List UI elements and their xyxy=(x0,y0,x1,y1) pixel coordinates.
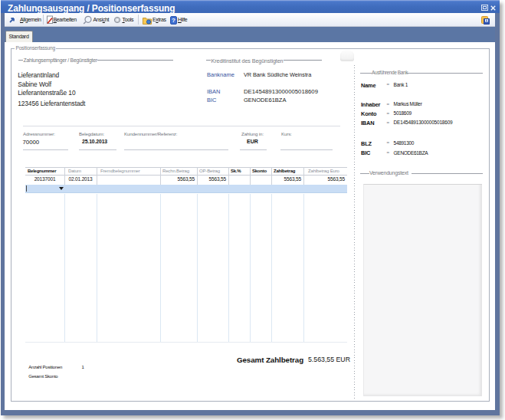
svg-text:?: ? xyxy=(172,17,175,24)
